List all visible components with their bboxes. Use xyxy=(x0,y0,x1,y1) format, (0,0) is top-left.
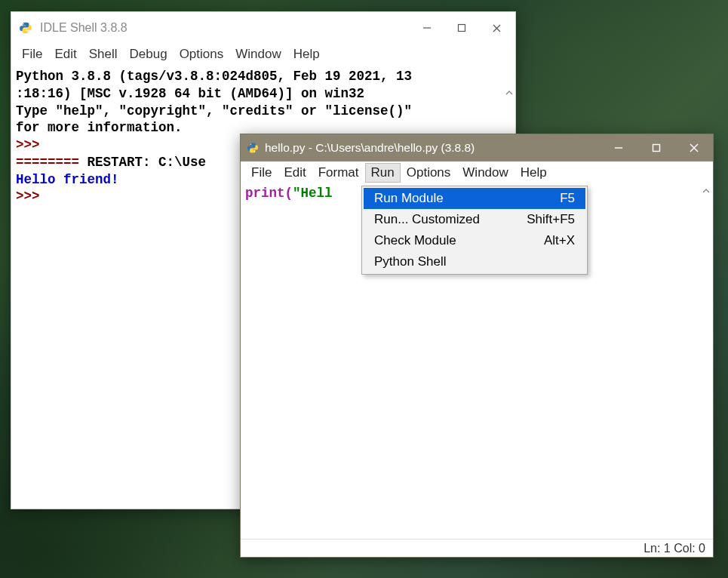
shell-titlebar[interactable]: IDLE Shell 3.8.8 xyxy=(11,12,515,44)
shell-prompt: >>> xyxy=(16,137,40,152)
editor-title: hello.py - C:\Users\andre\hello.py (3.8.… xyxy=(265,141,475,155)
editor-menu-format[interactable]: Format xyxy=(312,163,365,183)
editor-menubar: File Edit Format Run Options Window Help xyxy=(241,161,713,184)
shell-banner-line: Type "help", "copyright", "credits" or "… xyxy=(16,103,412,118)
shell-menu-file[interactable]: File xyxy=(16,45,48,63)
shell-menu-debug[interactable]: Debug xyxy=(124,45,174,63)
shell-menu-window[interactable]: Window xyxy=(229,45,287,63)
menu-item-label: Run... Customized xyxy=(374,212,511,227)
close-button[interactable] xyxy=(479,14,514,42)
code-paren: ( xyxy=(285,186,293,201)
python-icon xyxy=(19,21,32,35)
menu-item-label: Run Module xyxy=(374,191,545,206)
minimize-button[interactable] xyxy=(410,14,444,42)
run-menu-python-shell[interactable]: Python Shell xyxy=(364,251,585,272)
shell-restart-label: RESTART: C:\Use xyxy=(79,155,206,170)
maximize-button[interactable] xyxy=(637,134,675,161)
code-keyword: print xyxy=(245,186,285,201)
shell-menubar: File Edit Shell Debug Options Window Hel… xyxy=(11,44,515,65)
shell-output: Hello friend! xyxy=(16,172,119,187)
editor-menu-edit[interactable]: Edit xyxy=(278,163,312,183)
editor-menu-help[interactable]: Help xyxy=(515,163,553,183)
svg-point-0 xyxy=(23,23,23,24)
run-menu-run-module[interactable]: Run Module F5 xyxy=(364,188,585,209)
editor-menu-options[interactable]: Options xyxy=(401,163,457,183)
svg-point-6 xyxy=(250,144,251,145)
shell-menu-help[interactable]: Help xyxy=(287,45,326,63)
shell-banner-line: Python 3.8.8 (tags/v3.8.8:024d805, Feb 1… xyxy=(16,69,412,84)
close-button[interactable] xyxy=(675,134,713,161)
menu-item-label: Check Module xyxy=(374,233,529,248)
editor-scroll-up-icon[interactable] xyxy=(702,186,711,198)
shell-prompt: >>> xyxy=(16,189,40,204)
shell-banner-line: :18:16) [MSC v.1928 64 bit (AMD64)] on w… xyxy=(16,86,364,101)
minimize-button[interactable] xyxy=(600,134,637,161)
run-dropdown-menu: Run Module F5 Run... Customized Shift+F5… xyxy=(361,186,588,275)
menu-item-accel: F5 xyxy=(560,191,575,206)
svg-point-7 xyxy=(254,151,255,152)
menu-item-accel: Shift+F5 xyxy=(527,212,575,227)
shell-menu-options[interactable]: Options xyxy=(174,45,230,63)
svg-rect-3 xyxy=(459,25,465,32)
shell-menu-edit[interactable]: Edit xyxy=(48,45,82,63)
python-icon xyxy=(247,142,259,154)
shell-restart-prefix: ======== xyxy=(16,155,79,170)
svg-point-1 xyxy=(27,32,28,32)
editor-cursor-position: Ln: 1 Col: 0 xyxy=(644,542,705,555)
editor-titlebar[interactable]: hello.py - C:\Users\andre\hello.py (3.8.… xyxy=(241,134,713,161)
shell-banner-line: for more information. xyxy=(16,120,183,135)
svg-rect-9 xyxy=(653,145,660,152)
run-menu-check-module[interactable]: Check Module Alt+X xyxy=(364,230,585,251)
shell-menu-shell[interactable]: Shell xyxy=(83,45,124,63)
editor-menu-file[interactable]: File xyxy=(245,163,278,183)
maximize-button[interactable] xyxy=(444,14,479,42)
run-menu-run-customized[interactable]: Run... Customized Shift+F5 xyxy=(364,209,585,230)
editor-menu-window[interactable]: Window xyxy=(456,163,514,183)
editor-statusbar: Ln: 1 Col: 0 xyxy=(241,539,713,557)
editor-menu-run[interactable]: Run xyxy=(365,163,401,183)
shell-title: IDLE Shell 3.8.8 xyxy=(40,21,127,35)
shell-scroll-up-icon[interactable] xyxy=(505,66,514,77)
menu-item-accel: Alt+X xyxy=(544,233,575,248)
code-string: "Hell xyxy=(293,186,333,201)
menu-item-label: Python Shell xyxy=(374,254,560,269)
